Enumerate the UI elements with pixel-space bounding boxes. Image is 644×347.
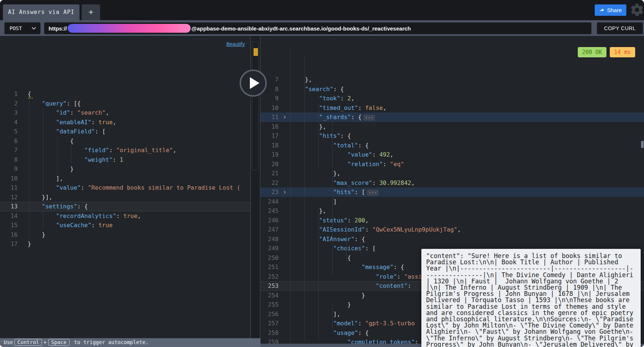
code-text: } <box>28 230 45 240</box>
method-select[interactable]: POST <box>4 22 40 34</box>
token: 492 <box>379 151 390 158</box>
request-panel: Beautify 1›{2›"query": [{3›"id": "search… <box>0 36 250 347</box>
token: : <box>358 104 365 111</box>
token: "search" <box>77 109 106 116</box>
url-input[interactable]: https:// @appbase-demo-ansible-abxiydt-a… <box>44 22 591 34</box>
token: , <box>365 217 369 224</box>
scrollbar-thumb[interactable] <box>252 42 259 170</box>
token: ], <box>56 175 63 182</box>
line-number: 256 <box>261 310 279 319</box>
token: }], <box>42 194 53 201</box>
chevron-down-icon <box>32 27 36 30</box>
indent-guide <box>346 227 347 266</box>
folded-code-chip[interactable]: ··· <box>367 190 379 196</box>
send-request-button[interactable] <box>240 69 267 97</box>
token: false <box>365 104 383 111</box>
beautify-link[interactable]: Beautify <box>226 41 245 47</box>
hint-plus: + <box>43 339 46 345</box>
url-host-path: @appbase-demo-ansible-abxiydt-arc.search… <box>191 25 411 32</box>
token: : [ <box>95 128 106 135</box>
code-line: 8›"search": { <box>261 85 644 94</box>
tab-bar: AI Answers via API + Share <box>0 0 644 20</box>
line-number: 253 <box>261 281 279 291</box>
token: } <box>347 301 351 308</box>
key-space: Space <box>48 339 70 346</box>
code-line: 4›"enableAI": true, <box>0 118 250 127</box>
line-number: 4 <box>0 118 18 127</box>
line-number: 251 <box>261 262 279 272</box>
token: , <box>457 226 461 233</box>
token: "AISessionId" <box>319 226 365 233</box>
code-text: "timed_out": false, <box>291 103 386 113</box>
line-number: 255 <box>261 300 279 310</box>
token: } <box>70 165 74 172</box>
code-text: "hits": { <box>291 131 351 141</box>
token: }, <box>305 76 312 83</box>
app-window: AI Answers via API + Share POST https://… <box>0 0 644 347</box>
copy-curl-button[interactable]: COPY CURL <box>597 22 643 34</box>
line-number: 23 <box>261 187 279 197</box>
token: : <box>70 109 77 116</box>
vertical-scrollbar-thumb[interactable] <box>641 141 644 148</box>
settings-gear-icon[interactable] <box>630 3 644 17</box>
play-icon <box>250 77 259 89</box>
token: true <box>99 119 113 126</box>
code-line: 3›"id": "search", <box>0 108 250 118</box>
token: "weight" <box>84 156 113 163</box>
line-number: 16 <box>261 122 279 132</box>
token: : <box>109 147 116 154</box>
indent-guide <box>360 236 361 255</box>
line-number: 14 <box>0 211 18 221</box>
token: : <box>347 217 354 224</box>
fold-toggle-icon[interactable]: › <box>279 187 291 197</box>
response-panel: 200 OK 14 ms 7›},8›"search": {9›"took": … <box>261 36 644 347</box>
code-text: "AIAnswer": { <box>291 235 365 244</box>
token: 1 <box>120 156 123 163</box>
token: "useCache" <box>56 222 91 229</box>
code-line: 22›"max_score": 30.992842, <box>261 178 644 188</box>
token: "message" <box>362 264 394 271</box>
share-button[interactable]: Share <box>595 4 626 16</box>
indent-guide <box>318 104 319 169</box>
code-text: } <box>28 239 31 249</box>
folded-code-chip[interactable]: ··· <box>364 115 375 121</box>
line-number: 19 <box>261 150 279 160</box>
code-text: }, <box>291 206 326 216</box>
code-text: "recordAnalytics": true, <box>28 211 141 221</box>
hint-text: Use <box>4 339 13 345</box>
code-line: 13›"settings": { <box>0 202 250 211</box>
code-text: "value": "Recommend books similar to Par… <box>28 183 240 193</box>
code-text: { <box>28 136 74 146</box>
token: : { <box>358 329 369 336</box>
new-tab-button[interactable]: + <box>82 4 100 20</box>
request-editor[interactable]: 1›{2›"query": [{3›"id": "search",4›"enab… <box>0 89 250 249</box>
indent-guide <box>43 108 43 193</box>
token: "QwCex5NLyuLnp9pUukjTag" <box>372 226 457 233</box>
token: : <box>397 273 404 280</box>
token: : <box>383 161 390 168</box>
line-number: 17 <box>0 239 18 249</box>
code-text: "_shards": {··· <box>291 112 375 122</box>
token: , <box>106 109 109 116</box>
tab-ai-answers[interactable]: AI Answers via API <box>3 4 79 20</box>
token: { <box>347 254 351 261</box>
token: "value" <box>56 184 81 191</box>
token: : { <box>393 264 404 271</box>
indent-guide <box>332 302 333 330</box>
token: : <box>81 184 88 191</box>
token: "max_score" <box>333 179 372 186</box>
token: "field" <box>84 147 109 154</box>
fold-toggle-icon[interactable]: › <box>279 112 291 122</box>
code-text: "took": 2, <box>291 94 354 103</box>
line-number: 11 <box>261 112 279 122</box>
token: "value" <box>347 151 372 158</box>
indent-guide <box>332 114 333 275</box>
token: true <box>123 212 138 219</box>
code-text: "content": <box>291 281 415 291</box>
line-number: 3 <box>0 108 18 118</box>
token: : <box>91 222 98 229</box>
line-number: 20 <box>261 160 279 169</box>
code-text: "status": 200, <box>291 216 369 225</box>
token: : [ <box>365 245 376 252</box>
code-text: "value": 492, <box>291 150 393 160</box>
